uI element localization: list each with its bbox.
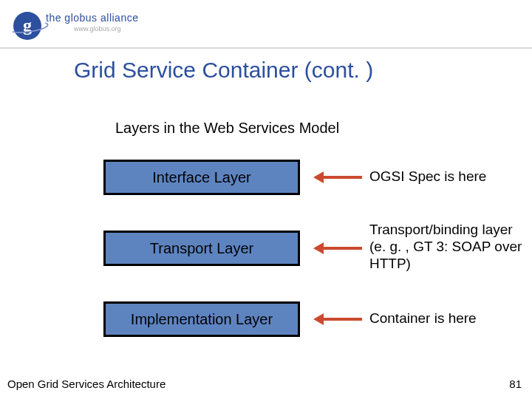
page-number: 81 xyxy=(509,378,522,390)
slide-subtitle: Layers in the Web Services Model xyxy=(115,120,339,137)
globus-logo: g the globus alliance www.globus.org xyxy=(13,6,161,41)
layer-label: Interface Layer xyxy=(152,169,250,186)
globus-logo-glyph: g xyxy=(13,12,41,40)
logo-brand-text: the globus alliance xyxy=(46,12,138,24)
layer-label: Transport Layer xyxy=(150,240,253,257)
layer-box-transport: Transport Layer xyxy=(103,231,300,266)
layer-box-implementation: Implementation Layer xyxy=(103,301,300,337)
layer-label: Implementation Layer xyxy=(131,311,273,328)
layer-annotation-interface: OGSI Spec is here xyxy=(369,168,525,185)
arrow-icon xyxy=(322,176,362,179)
layer-annotation-implementation: Container is here xyxy=(369,310,525,327)
logo-url-text: www.globus.org xyxy=(74,25,121,33)
header-bar: g the globus alliance www.globus.org xyxy=(0,0,532,49)
slide-title: Grid Service Container (cont. ) xyxy=(74,58,373,83)
arrow-icon xyxy=(322,247,362,250)
layer-box-interface: Interface Layer xyxy=(103,160,300,195)
layer-annotation-transport: Transport/binding layer (e. g. , GT 3: S… xyxy=(369,222,525,272)
footer-text: Open Grid Services Architecture xyxy=(7,378,166,390)
arrow-icon xyxy=(322,318,362,321)
